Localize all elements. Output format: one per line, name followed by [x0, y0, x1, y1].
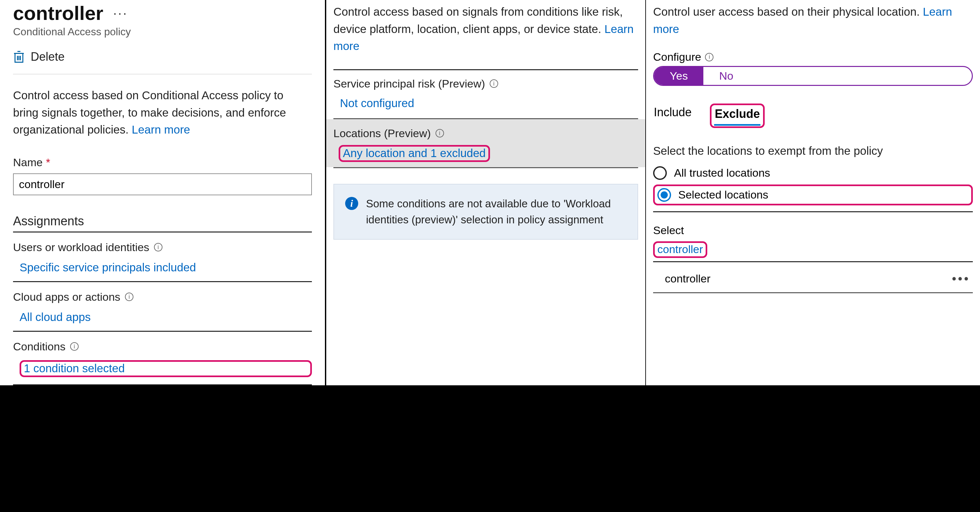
radio-selected-locations[interactable]: Selected locations [657, 188, 969, 202]
selected-location-row: controller ••• [653, 262, 973, 286]
divider [13, 331, 312, 332]
tab-exclude-highlight: Exclude [710, 104, 765, 128]
conditions-description: Control access based on signals from con… [333, 3, 638, 55]
radio-all-trusted[interactable]: All trusted locations [653, 166, 973, 180]
service-principal-risk-value[interactable]: Not configured [340, 97, 638, 110]
trash-icon [13, 49, 25, 64]
toggle-no[interactable]: No [703, 67, 749, 85]
radio-icon [653, 166, 667, 180]
policy-description: Control access based on Conditional Acce… [13, 87, 312, 139]
info-icon[interactable]: i [490, 79, 498, 88]
locations-config-panel: Control user access based on their physi… [646, 0, 980, 385]
info-icon[interactable]: i [705, 53, 713, 61]
locations-value[interactable]: Any location and 1 excluded [339, 145, 490, 162]
info-icon[interactable]: i [154, 243, 162, 251]
name-field-label: Name* [13, 156, 312, 169]
select-value[interactable]: controller [653, 241, 707, 258]
users-workload-value[interactable]: Specific service principals included [19, 261, 312, 274]
cloud-apps-value[interactable]: All cloud apps [19, 311, 312, 324]
name-input[interactable] [13, 173, 312, 195]
radio-selected-highlight: Selected locations [653, 185, 973, 206]
radio-icon [657, 188, 671, 202]
tab-exclude[interactable]: Exclude [714, 105, 760, 126]
locations-section[interactable]: Locations (Preview)i Any location and 1 … [326, 119, 645, 167]
info-icon[interactable]: i [70, 342, 79, 351]
learn-more-link[interactable]: Learn more [132, 123, 190, 136]
required-indicator: * [46, 156, 50, 169]
locations-label: Locations (Preview)i [326, 120, 645, 142]
conditions-value[interactable]: 1 condition selected [19, 360, 312, 377]
info-banner: i Some conditions are not available due … [333, 184, 638, 240]
toggle-yes[interactable]: Yes [654, 67, 703, 85]
configure-label: Configurei [653, 51, 973, 63]
users-workload-label: Users or workload identitiesi [13, 241, 312, 254]
left-panel: controller ··· Conditional Access policy… [0, 0, 326, 385]
locations-description: Control user access based on their physi… [653, 3, 973, 38]
info-icon[interactable]: i [125, 293, 134, 301]
info-icon[interactable]: i [436, 129, 444, 137]
radio-selected-locations-label: Selected locations [678, 188, 768, 201]
divider [13, 281, 312, 282]
configure-toggle[interactable]: Yes No [653, 66, 973, 86]
page-title: controller [13, 2, 103, 24]
assignments-header: Assignments [13, 214, 312, 233]
info-banner-text: Some conditions are not available due to… [366, 196, 626, 228]
delete-button[interactable]: Delete [13, 49, 312, 64]
selected-location-name: controller [665, 272, 711, 285]
select-section-label: Select controller [653, 224, 973, 262]
tab-include[interactable]: Include [653, 104, 692, 123]
divider [13, 74, 312, 75]
exempt-help-text: Select the locations to exempt from the … [653, 142, 973, 160]
divider [13, 384, 312, 385]
divider [653, 211, 973, 212]
delete-label: Delete [31, 50, 65, 64]
divider [333, 167, 638, 168]
service-principal-risk-label: Service principal risk (Preview)i [333, 70, 638, 92]
more-icon[interactable]: ••• [952, 272, 970, 286]
cloud-apps-label: Cloud apps or actionsi [13, 290, 312, 303]
divider [653, 292, 973, 293]
radio-all-trusted-label: All trusted locations [674, 166, 770, 179]
conditions-panel: Control access based on signals from con… [326, 0, 646, 385]
page-subtitle: Conditional Access policy [13, 26, 312, 38]
info-icon: i [345, 197, 358, 210]
conditions-label: Conditionsi [13, 340, 312, 353]
more-icon[interactable]: ··· [113, 6, 128, 21]
